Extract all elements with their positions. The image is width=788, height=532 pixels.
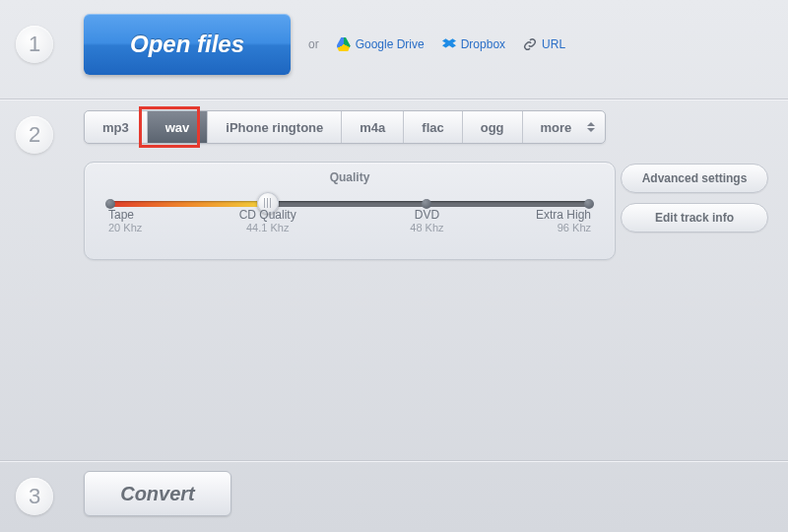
divider — [0, 99, 788, 100]
format-more-label: more — [541, 120, 572, 135]
google-drive-link[interactable]: Google Drive — [337, 37, 425, 51]
or-label: or — [308, 37, 319, 51]
url-label: URL — [542, 37, 565, 51]
format-more[interactable]: more — [523, 111, 606, 143]
format-ogg[interactable]: ogg — [463, 111, 523, 143]
format-m4a[interactable]: m4a — [342, 111, 404, 143]
advanced-settings-button[interactable]: Advanced settings — [621, 164, 768, 193]
divider — [0, 460, 788, 461]
format-bar: mp3 wav iPhone ringtone m4a flac ogg mor… — [84, 110, 606, 144]
format-iphone-ringtone[interactable]: iPhone ringtone — [208, 111, 342, 143]
quality-tick-extra: Extra High 96 Khz — [536, 208, 591, 233]
open-files-button[interactable]: Open files — [84, 14, 291, 75]
format-mp3[interactable]: mp3 — [85, 111, 148, 143]
convert-button[interactable]: Convert — [84, 471, 231, 516]
google-drive-icon — [337, 37, 351, 51]
slider-fill — [108, 201, 268, 207]
dropbox-label: Dropbox — [461, 37, 505, 51]
step-number-3: 3 — [16, 478, 53, 515]
step-number-1: 1 — [16, 26, 53, 63]
quality-tick-tape: Tape 20 Khz — [108, 208, 142, 233]
dropbox-icon — [442, 37, 456, 51]
quality-title: Quality — [108, 170, 591, 184]
step-number-2: 2 — [16, 116, 53, 154]
quality-tick-cd: CD Quality 44.1 Khz — [239, 208, 296, 233]
dropbox-link[interactable]: Dropbox — [442, 37, 505, 51]
google-drive-label: Google Drive — [356, 37, 425, 51]
quality-slider[interactable] — [108, 198, 591, 208]
quality-tick-dvd: DVD 48 Khz — [410, 208, 443, 233]
format-flac[interactable]: flac — [404, 111, 462, 143]
url-link[interactable]: URL — [523, 37, 565, 51]
format-wav[interactable]: wav — [148, 111, 209, 143]
link-icon — [523, 37, 537, 51]
edit-track-info-button[interactable]: Edit track info — [621, 203, 768, 233]
quality-panel: Quality Tape 20 Khz CD Quality 44.1 Khz … — [84, 162, 616, 260]
chevron-updown-icon — [587, 122, 595, 132]
